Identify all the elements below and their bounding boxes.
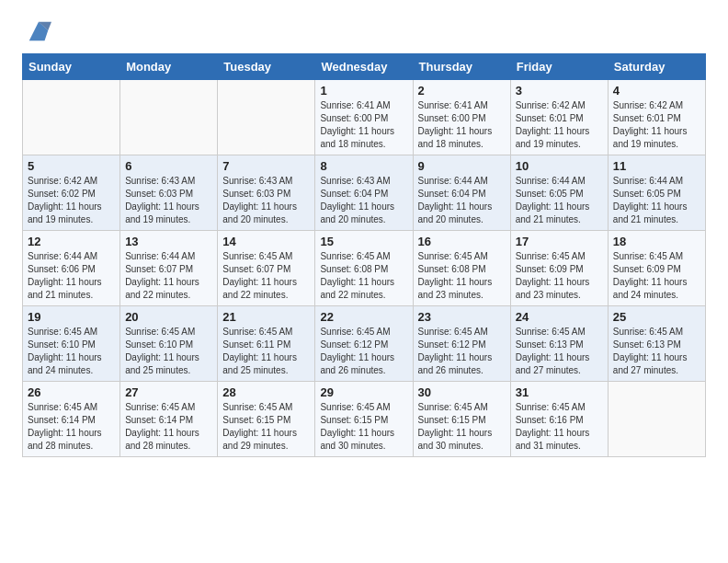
calendar-cell: 28Sunrise: 6:45 AM Sunset: 6:15 PM Dayli… [218, 382, 315, 457]
day-number: 13 [125, 235, 212, 248]
day-info: Sunrise: 6:45 AM Sunset: 6:15 PM Dayligh… [418, 401, 506, 453]
day-info: Sunrise: 6:42 AM Sunset: 6:01 PM Dayligh… [613, 99, 700, 151]
day-number: 22 [320, 310, 407, 324]
col-header-tuesday: Tuesday [218, 54, 315, 80]
calendar-cell: 19Sunrise: 6:45 AM Sunset: 6:10 PM Dayli… [23, 306, 120, 382]
day-info: Sunrise: 6:45 AM Sunset: 6:10 PM Dayligh… [28, 326, 115, 377]
logo [22, 18, 51, 44]
day-info: Sunrise: 6:44 AM Sunset: 6:06 PM Dayligh… [28, 250, 115, 302]
day-number: 4 [613, 84, 700, 98]
day-info: Sunrise: 6:41 AM Sunset: 6:00 PM Dayligh… [418, 99, 506, 151]
calendar-cell [218, 80, 315, 155]
day-number: 31 [516, 385, 603, 399]
day-number: 1 [320, 84, 407, 98]
day-info: Sunrise: 6:43 AM Sunset: 6:04 PM Dayligh… [320, 175, 407, 226]
day-number: 3 [516, 84, 603, 98]
day-number: 25 [613, 310, 700, 324]
calendar-cell: 6Sunrise: 6:43 AM Sunset: 6:03 PM Daylig… [120, 155, 218, 231]
col-header-monday: Monday [120, 54, 218, 80]
calendar-cell: 8Sunrise: 6:43 AM Sunset: 6:04 PM Daylig… [315, 155, 413, 231]
day-number: 27 [125, 385, 212, 399]
day-info: Sunrise: 6:45 AM Sunset: 6:09 PM Dayligh… [613, 250, 700, 302]
day-info: Sunrise: 6:45 AM Sunset: 6:07 PM Dayligh… [222, 250, 310, 302]
col-header-wednesday: Wednesday [315, 54, 413, 80]
day-number: 23 [418, 310, 506, 324]
calendar-cell: 15Sunrise: 6:45 AM Sunset: 6:08 PM Dayli… [315, 231, 413, 306]
calendar-cell: 27Sunrise: 6:45 AM Sunset: 6:14 PM Dayli… [120, 382, 218, 457]
calendar-cell: 10Sunrise: 6:44 AM Sunset: 6:05 PM Dayli… [510, 155, 608, 231]
calendar-cell: 18Sunrise: 6:45 AM Sunset: 6:09 PM Dayli… [608, 231, 705, 306]
day-info: Sunrise: 6:44 AM Sunset: 6:05 PM Dayligh… [613, 175, 700, 226]
calendar-cell: 24Sunrise: 6:45 AM Sunset: 6:13 PM Dayli… [510, 306, 608, 382]
day-number: 10 [516, 159, 603, 173]
col-header-thursday: Thursday [413, 54, 510, 80]
day-info: Sunrise: 6:45 AM Sunset: 6:15 PM Dayligh… [320, 401, 407, 453]
day-number: 7 [222, 159, 310, 173]
day-number: 24 [516, 310, 603, 324]
calendar-table: SundayMondayTuesdayWednesdayThursdayFrid… [22, 53, 706, 457]
calendar-cell: 11Sunrise: 6:44 AM Sunset: 6:05 PM Dayli… [608, 155, 705, 231]
day-info: Sunrise: 6:43 AM Sunset: 6:03 PM Dayligh… [125, 175, 212, 226]
calendar-cell: 17Sunrise: 6:45 AM Sunset: 6:09 PM Dayli… [510, 231, 608, 306]
day-info: Sunrise: 6:45 AM Sunset: 6:13 PM Dayligh… [613, 326, 700, 377]
col-header-friday: Friday [510, 54, 608, 80]
day-info: Sunrise: 6:45 AM Sunset: 6:14 PM Dayligh… [28, 401, 115, 453]
day-info: Sunrise: 6:45 AM Sunset: 6:12 PM Dayligh… [418, 326, 506, 377]
day-info: Sunrise: 6:45 AM Sunset: 6:11 PM Dayligh… [222, 326, 310, 377]
day-number: 28 [222, 385, 310, 399]
day-number: 2 [418, 84, 506, 98]
calendar-body: 1Sunrise: 6:41 AM Sunset: 6:00 PM Daylig… [23, 80, 706, 457]
day-info: Sunrise: 6:45 AM Sunset: 6:16 PM Dayligh… [516, 401, 603, 453]
calendar-cell: 29Sunrise: 6:45 AM Sunset: 6:15 PM Dayli… [315, 382, 413, 457]
calendar-cell [608, 382, 705, 457]
col-header-sunday: Sunday [23, 54, 120, 80]
day-info: Sunrise: 6:45 AM Sunset: 6:13 PM Dayligh… [516, 326, 603, 377]
calendar-week-5: 26Sunrise: 6:45 AM Sunset: 6:14 PM Dayli… [23, 382, 706, 457]
calendar-cell: 2Sunrise: 6:41 AM Sunset: 6:00 PM Daylig… [413, 80, 510, 155]
calendar-week-3: 12Sunrise: 6:44 AM Sunset: 6:06 PM Dayli… [23, 231, 706, 306]
day-info: Sunrise: 6:45 AM Sunset: 6:14 PM Dayligh… [125, 401, 212, 453]
calendar-cell: 30Sunrise: 6:45 AM Sunset: 6:15 PM Dayli… [413, 382, 510, 457]
day-info: Sunrise: 6:42 AM Sunset: 6:02 PM Dayligh… [28, 175, 115, 226]
day-info: Sunrise: 6:42 AM Sunset: 6:01 PM Dayligh… [516, 99, 603, 151]
calendar-cell: 5Sunrise: 6:42 AM Sunset: 6:02 PM Daylig… [23, 155, 120, 231]
day-number: 19 [28, 310, 115, 324]
calendar-cell: 3Sunrise: 6:42 AM Sunset: 6:01 PM Daylig… [510, 80, 608, 155]
day-info: Sunrise: 6:45 AM Sunset: 6:08 PM Dayligh… [320, 250, 407, 302]
day-info: Sunrise: 6:44 AM Sunset: 6:05 PM Dayligh… [516, 175, 603, 226]
calendar-cell: 14Sunrise: 6:45 AM Sunset: 6:07 PM Dayli… [218, 231, 315, 306]
day-number: 20 [125, 310, 212, 324]
day-number: 15 [320, 235, 407, 248]
calendar-week-4: 19Sunrise: 6:45 AM Sunset: 6:10 PM Dayli… [23, 306, 706, 382]
day-number: 6 [125, 159, 212, 173]
day-number: 18 [613, 235, 700, 248]
calendar-cell: 1Sunrise: 6:41 AM Sunset: 6:00 PM Daylig… [315, 80, 413, 155]
day-info: Sunrise: 6:45 AM Sunset: 6:10 PM Dayligh… [125, 326, 212, 377]
page-header [22, 18, 706, 44]
calendar-cell [120, 80, 218, 155]
day-number: 11 [613, 159, 700, 173]
calendar-cell: 16Sunrise: 6:45 AM Sunset: 6:08 PM Dayli… [413, 231, 510, 306]
day-number: 16 [418, 235, 506, 248]
day-info: Sunrise: 6:44 AM Sunset: 6:04 PM Dayligh… [418, 175, 506, 226]
calendar-cell: 26Sunrise: 6:45 AM Sunset: 6:14 PM Dayli… [23, 382, 120, 457]
logo-icon [26, 18, 51, 44]
day-number: 8 [320, 159, 407, 173]
day-number: 5 [28, 159, 115, 173]
calendar-cell: 7Sunrise: 6:43 AM Sunset: 6:03 PM Daylig… [218, 155, 315, 231]
day-number: 21 [222, 310, 310, 324]
day-info: Sunrise: 6:45 AM Sunset: 6:08 PM Dayligh… [418, 250, 506, 302]
calendar-cell: 12Sunrise: 6:44 AM Sunset: 6:06 PM Dayli… [23, 231, 120, 306]
day-number: 17 [516, 235, 603, 248]
calendar-week-1: 1Sunrise: 6:41 AM Sunset: 6:00 PM Daylig… [23, 80, 706, 155]
day-info: Sunrise: 6:45 AM Sunset: 6:09 PM Dayligh… [516, 250, 603, 302]
day-number: 29 [320, 385, 407, 399]
day-number: 9 [418, 159, 506, 173]
calendar-cell: 22Sunrise: 6:45 AM Sunset: 6:12 PM Dayli… [315, 306, 413, 382]
calendar-cell: 23Sunrise: 6:45 AM Sunset: 6:12 PM Dayli… [413, 306, 510, 382]
calendar-cell [23, 80, 120, 155]
day-number: 26 [28, 385, 115, 399]
calendar-header: SundayMondayTuesdayWednesdayThursdayFrid… [23, 54, 706, 80]
calendar-week-2: 5Sunrise: 6:42 AM Sunset: 6:02 PM Daylig… [23, 155, 706, 231]
calendar-cell: 13Sunrise: 6:44 AM Sunset: 6:07 PM Dayli… [120, 231, 218, 306]
